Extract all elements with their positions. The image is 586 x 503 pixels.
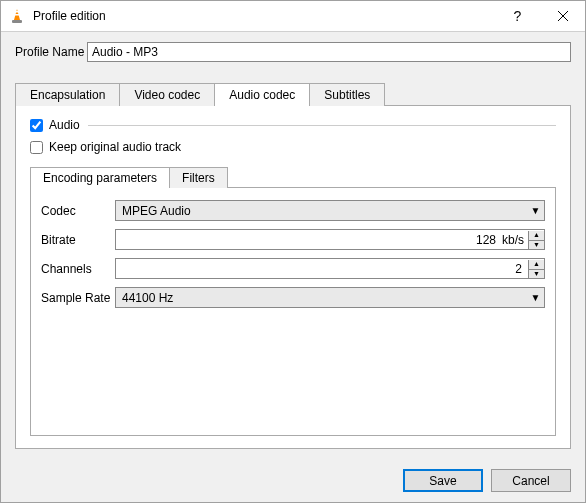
divider xyxy=(88,125,556,126)
help-button[interactable]: ? xyxy=(495,1,540,31)
samplerate-label: Sample Rate xyxy=(41,291,115,305)
save-button[interactable]: Save xyxy=(403,469,483,492)
bitrate-value: 128 xyxy=(116,233,502,247)
audio-codec-panel: Audio Keep original audio track Encoding… xyxy=(15,105,571,449)
svg-rect-1 xyxy=(15,11,19,13)
cancel-button[interactable]: Cancel xyxy=(491,469,571,492)
svg-rect-3 xyxy=(12,20,22,23)
tab-audio-codec[interactable]: Audio codec xyxy=(215,83,310,106)
close-button[interactable] xyxy=(540,1,585,31)
codec-combo[interactable]: MPEG Audio ▼ xyxy=(115,200,545,221)
samplerate-value: 44100 Hz xyxy=(116,291,527,305)
encoding-panel: Codec MPEG Audio ▼ Bitrate 128 kb/s ▲▼ C xyxy=(30,187,556,436)
chevron-down-icon: ▼ xyxy=(527,205,544,216)
keep-original-label: Keep original audio track xyxy=(49,140,181,154)
tab-subtitles[interactable]: Subtitles xyxy=(310,83,385,106)
tab-encapsulation[interactable]: Encapsulation xyxy=(15,83,120,106)
keep-original-checkbox[interactable] xyxy=(30,141,43,154)
content-area: Profile Name Encapsulation Video codec A… xyxy=(1,32,585,459)
svg-rect-2 xyxy=(15,14,20,16)
audio-checkbox-label: Audio xyxy=(49,118,80,132)
sub-tabs: Encoding parameters Filters xyxy=(30,166,556,187)
app-icon xyxy=(9,8,25,24)
profile-name-input[interactable] xyxy=(87,42,571,62)
channels-value: 2 xyxy=(116,262,528,276)
subtab-filters[interactable]: Filters xyxy=(170,167,228,188)
channels-spinner[interactable]: 2 ▲▼ xyxy=(115,258,545,279)
profile-name-label: Profile Name xyxy=(15,45,87,59)
bitrate-label: Bitrate xyxy=(41,233,115,247)
audio-checkbox[interactable] xyxy=(30,119,43,132)
dialog-window: Profile edition ? Profile Name Encapsula… xyxy=(0,0,586,503)
channels-label: Channels xyxy=(41,262,115,276)
codec-label: Codec xyxy=(41,204,115,218)
titlebar: Profile edition ? xyxy=(1,1,585,32)
chevron-down-icon: ▼ xyxy=(527,292,544,303)
samplerate-combo[interactable]: 44100 Hz ▼ xyxy=(115,287,545,308)
spinner-arrows[interactable]: ▲▼ xyxy=(528,260,544,278)
main-tabs: Encapsulation Video codec Audio codec Su… xyxy=(15,82,571,105)
bitrate-unit: kb/s xyxy=(502,233,528,247)
window-title: Profile edition xyxy=(33,9,495,23)
bitrate-spinner[interactable]: 128 kb/s ▲▼ xyxy=(115,229,545,250)
spinner-arrows[interactable]: ▲▼ xyxy=(528,231,544,249)
tab-video-codec[interactable]: Video codec xyxy=(120,83,215,106)
footer: Save Cancel xyxy=(1,459,585,502)
codec-value: MPEG Audio xyxy=(116,204,527,218)
subtab-encoding[interactable]: Encoding parameters xyxy=(30,167,170,188)
